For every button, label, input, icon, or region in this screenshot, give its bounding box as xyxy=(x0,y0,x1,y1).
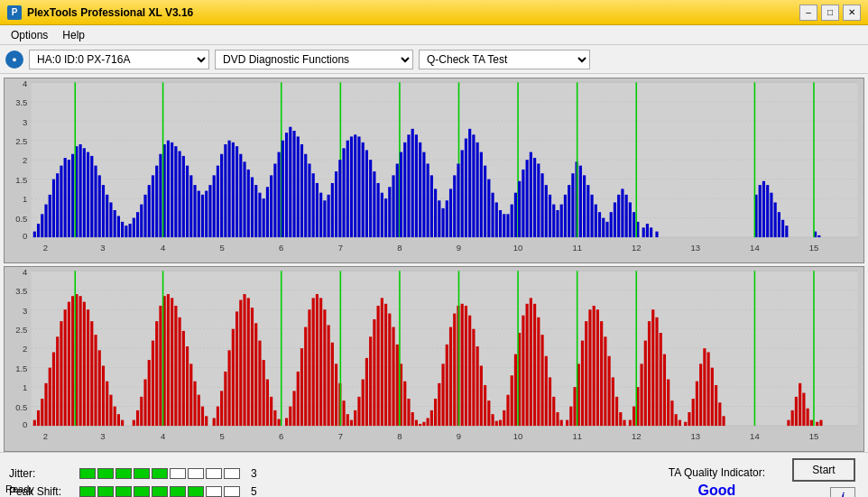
svg-rect-159 xyxy=(487,179,490,237)
jitter-seg-1 xyxy=(79,468,96,479)
svg-rect-138 xyxy=(411,129,414,237)
svg-rect-424 xyxy=(675,414,678,426)
svg-rect-312 xyxy=(263,360,265,426)
start-button[interactable]: Start xyxy=(792,458,855,482)
svg-rect-165 xyxy=(506,214,509,237)
svg-rect-61 xyxy=(136,212,139,237)
test-selector[interactable]: Q-Check TA Test xyxy=(419,50,590,69)
svg-rect-255 xyxy=(41,399,43,426)
svg-rect-346 xyxy=(388,313,391,426)
svg-rect-266 xyxy=(83,302,86,426)
svg-rect-187 xyxy=(590,195,593,237)
svg-rect-423 xyxy=(670,400,673,426)
svg-text:3.5: 3.5 xyxy=(15,286,27,296)
content-area: 4 3.5 3 2.5 2 1.5 1 0.5 0 2 3 4 5 6 7 8 … xyxy=(0,74,868,479)
window-controls: – □ ✕ xyxy=(799,5,861,21)
svg-text:0.5: 0.5 xyxy=(15,214,27,224)
svg-rect-271 xyxy=(102,365,105,426)
svg-rect-95 xyxy=(258,193,261,237)
svg-rect-67 xyxy=(155,166,158,237)
svg-rect-366 xyxy=(461,304,464,426)
svg-rect-111 xyxy=(316,183,319,237)
svg-rect-326 xyxy=(316,294,319,426)
maximize-button[interactable]: □ xyxy=(821,5,839,21)
svg-rect-171 xyxy=(530,152,532,237)
svg-rect-179 xyxy=(560,205,563,237)
svg-rect-51 xyxy=(98,175,101,237)
svg-rect-403 xyxy=(596,309,599,426)
svg-rect-323 xyxy=(304,327,307,426)
svg-rect-387 xyxy=(537,318,540,426)
svg-rect-104 xyxy=(289,127,291,237)
svg-rect-189 xyxy=(598,212,601,237)
svg-rect-303 xyxy=(228,350,231,426)
svg-rect-205 xyxy=(655,232,658,237)
svg-rect-262 xyxy=(68,302,70,426)
svg-text:3: 3 xyxy=(23,305,27,315)
svg-rect-258 xyxy=(52,352,55,426)
svg-rect-254 xyxy=(37,410,40,426)
close-button[interactable]: ✕ xyxy=(843,5,861,21)
svg-rect-98 xyxy=(266,187,269,237)
svg-text:1.5: 1.5 xyxy=(15,364,27,373)
svg-rect-314 xyxy=(270,397,272,426)
svg-rect-417 xyxy=(648,321,651,426)
svg-rect-166 xyxy=(511,205,513,237)
jitter-label: Jitter: xyxy=(9,467,72,480)
svg-rect-440 xyxy=(795,397,798,426)
info-button[interactable]: i xyxy=(830,487,855,497)
svg-rect-57 xyxy=(121,222,124,237)
ps-seg-4 xyxy=(134,486,150,497)
svg-text:4: 4 xyxy=(161,431,166,441)
svg-rect-381 xyxy=(514,354,517,426)
svg-text:4: 4 xyxy=(23,78,28,88)
svg-rect-139 xyxy=(415,134,418,237)
svg-rect-429 xyxy=(692,399,695,426)
ps-seg-2 xyxy=(97,486,114,497)
svg-rect-391 xyxy=(552,397,555,426)
svg-rect-369 xyxy=(472,329,475,426)
svg-text:2: 2 xyxy=(43,243,48,253)
svg-rect-58 xyxy=(125,225,127,237)
svg-rect-172 xyxy=(533,158,536,237)
svg-rect-357 xyxy=(427,418,429,426)
jitter-seg-3 xyxy=(115,468,132,479)
ps-seg-3 xyxy=(115,486,132,497)
svg-text:1: 1 xyxy=(23,382,27,392)
svg-rect-50 xyxy=(94,166,97,237)
drive-selector[interactable]: HA:0 ID:0 PX-716A xyxy=(29,50,209,69)
svg-rect-74 xyxy=(182,156,185,237)
svg-text:0: 0 xyxy=(23,231,27,241)
menu-options[interactable]: Options xyxy=(4,27,55,43)
svg-rect-198 xyxy=(629,202,632,237)
svg-text:14: 14 xyxy=(750,243,760,253)
menu-help[interactable]: Help xyxy=(55,27,92,43)
svg-rect-54 xyxy=(109,202,112,237)
svg-rect-348 xyxy=(396,345,399,426)
function-selector[interactable]: DVD Diagnostic Functions xyxy=(215,50,413,69)
svg-rect-38 xyxy=(49,195,51,237)
svg-rect-431 xyxy=(699,364,702,426)
svg-rect-81 xyxy=(208,185,211,237)
svg-rect-177 xyxy=(552,205,555,237)
svg-rect-136 xyxy=(403,143,406,237)
ps-seg-5 xyxy=(152,486,168,497)
svg-rect-336 xyxy=(350,420,353,426)
svg-rect-272 xyxy=(106,382,108,426)
svg-text:8: 8 xyxy=(397,431,402,441)
svg-rect-109 xyxy=(308,163,310,237)
svg-rect-265 xyxy=(79,296,82,426)
svg-rect-174 xyxy=(540,173,543,237)
svg-rect-129 xyxy=(381,193,383,237)
svg-rect-119 xyxy=(342,148,345,237)
svg-rect-59 xyxy=(129,224,132,237)
svg-rect-364 xyxy=(453,313,456,426)
svg-rect-37 xyxy=(44,205,47,237)
minimize-button[interactable]: – xyxy=(799,5,817,21)
svg-rect-311 xyxy=(258,341,261,426)
svg-rect-126 xyxy=(369,160,372,237)
svg-rect-168 xyxy=(518,181,521,237)
svg-rect-125 xyxy=(365,150,368,237)
svg-rect-184 xyxy=(579,166,582,237)
svg-text:4: 4 xyxy=(161,243,166,253)
